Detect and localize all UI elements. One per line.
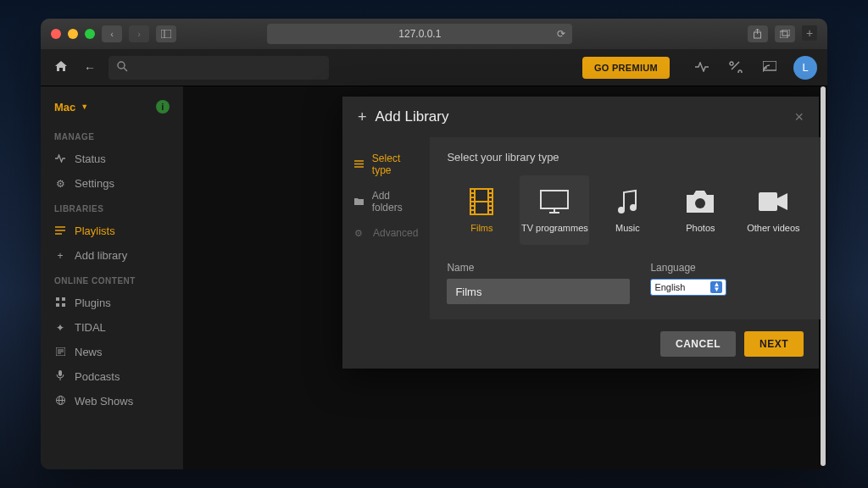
video-icon xyxy=(759,187,787,216)
back-icon[interactable]: ← xyxy=(80,61,100,75)
svg-rect-15 xyxy=(62,303,65,307)
sidebar-item-add-library[interactable]: + Add library xyxy=(41,243,183,268)
library-type-label: Photos xyxy=(686,223,715,233)
svg-rect-40 xyxy=(471,198,474,201)
sidebar-toggle-icon[interactable] xyxy=(156,25,176,42)
svg-rect-41 xyxy=(471,202,474,205)
svg-rect-14 xyxy=(56,303,59,307)
server-status-badge[interactable]: i xyxy=(156,100,170,114)
library-type-films[interactable]: Films xyxy=(447,175,516,245)
svg-rect-48 xyxy=(489,207,492,209)
library-type-label: Films xyxy=(470,223,492,233)
svg-line-7 xyxy=(124,68,127,71)
plus-icon: + xyxy=(54,250,66,262)
globe-icon xyxy=(54,396,66,408)
svg-rect-46 xyxy=(489,198,492,201)
modal-footer: CANCEL NEXT xyxy=(342,319,819,369)
browser-forward-button[interactable]: › xyxy=(129,25,149,42)
step-label: Advanced xyxy=(373,227,418,239)
library-type-label: Music xyxy=(615,223,640,233)
url-text: 127.0.0.1 xyxy=(398,28,441,40)
film-icon xyxy=(470,187,493,216)
section-manage: MANAGE xyxy=(41,124,183,147)
svg-rect-13 xyxy=(62,297,65,301)
tabs-icon[interactable] xyxy=(775,25,795,42)
microphone-icon xyxy=(54,370,66,383)
sidebar-item-playlists[interactable]: Playlists xyxy=(41,219,183,243)
cancel-button[interactable]: CANCEL xyxy=(660,331,736,357)
library-type-tv[interactable]: TV programmes xyxy=(520,175,589,245)
maximize-window-button[interactable] xyxy=(85,29,95,39)
reload-icon[interactable]: ⟳ xyxy=(557,28,565,40)
svg-rect-43 xyxy=(471,211,474,214)
svg-rect-12 xyxy=(56,297,59,301)
sidebar-item-label: Playlists xyxy=(75,225,115,237)
gear-icon: ⚙ xyxy=(354,228,366,239)
svg-point-56 xyxy=(630,204,637,211)
language-value: English xyxy=(654,282,685,292)
sidebar-item-plugins[interactable]: Plugins xyxy=(41,291,183,315)
window-controls xyxy=(51,29,95,39)
svg-rect-49 xyxy=(489,211,492,214)
section-online: ONLINE CONTENT xyxy=(41,268,183,291)
svg-rect-44 xyxy=(489,190,492,192)
new-tab-button[interactable]: + xyxy=(802,25,817,41)
language-label: Language xyxy=(650,262,726,274)
language-select[interactable]: English ▲▼ xyxy=(650,279,726,296)
close-window-button[interactable] xyxy=(51,29,61,39)
svg-rect-39 xyxy=(471,194,474,197)
search-input[interactable] xyxy=(108,56,329,80)
avatar[interactable]: L xyxy=(793,56,817,80)
name-label: Name xyxy=(447,262,630,274)
select-arrows-icon: ▲▼ xyxy=(710,281,722,293)
library-type-music[interactable]: Music xyxy=(593,175,662,245)
minimize-window-button[interactable] xyxy=(68,29,78,39)
step-select-type[interactable]: Select type xyxy=(342,146,430,183)
library-type-other[interactable]: Other videos xyxy=(738,175,808,245)
cast-icon[interactable] xyxy=(760,61,780,75)
svg-rect-0 xyxy=(161,30,171,38)
step-add-folders[interactable]: Add folders xyxy=(342,183,430,220)
name-input[interactable] xyxy=(447,279,630,304)
svg-rect-5 xyxy=(782,30,790,36)
browser-titlebar: ‹ › 127.0.0.1 ⟳ + xyxy=(41,19,827,49)
server-selector[interactable]: Mac ▼ i xyxy=(41,95,183,124)
svg-rect-58 xyxy=(759,192,777,211)
activity-icon[interactable] xyxy=(692,61,712,75)
sidebar-item-label: Web Shows xyxy=(75,395,133,408)
svg-rect-51 xyxy=(476,202,487,214)
svg-rect-38 xyxy=(471,190,474,192)
playlist-icon xyxy=(54,225,66,237)
svg-rect-42 xyxy=(471,207,474,209)
sidebar-item-status[interactable]: Status xyxy=(41,147,183,171)
modal-steps: Select type Add folders ⚙ Advanced xyxy=(342,137,430,319)
sidebar-item-web-shows[interactable]: Web Shows xyxy=(41,389,183,413)
sidebar-item-news[interactable]: News xyxy=(41,340,183,364)
go-premium-button[interactable]: GO PREMIUM xyxy=(582,57,670,79)
next-button[interactable]: NEXT xyxy=(744,331,804,357)
news-icon xyxy=(54,347,66,358)
sidebar-item-label: Status xyxy=(75,152,106,165)
step-label: Select type xyxy=(372,152,419,176)
library-types: Films TV programmes xyxy=(447,175,808,245)
svg-rect-47 xyxy=(489,202,492,205)
sidebar-item-label: Settings xyxy=(75,177,114,190)
app-topbar: ← GO PREMIUM L xyxy=(41,49,827,86)
svg-point-6 xyxy=(118,62,125,69)
settings-icon[interactable] xyxy=(726,59,746,75)
library-type-photos[interactable]: Photos xyxy=(665,175,735,245)
scrollbar[interactable] xyxy=(821,86,826,466)
camera-icon xyxy=(687,187,714,216)
share-icon[interactable] xyxy=(748,25,768,42)
sidebar-item-label: Plugins xyxy=(75,297,111,309)
url-bar[interactable]: 127.0.0.1 ⟳ xyxy=(267,24,572,44)
sidebar-item-label: TIDAL xyxy=(75,321,106,334)
close-icon[interactable]: × xyxy=(794,108,804,126)
sidebar-item-tidal[interactable]: ✦ TIDAL xyxy=(41,315,183,340)
browser-back-button[interactable]: ‹ xyxy=(102,25,122,42)
modal-title: Add Library xyxy=(376,108,449,125)
home-icon[interactable] xyxy=(51,60,71,75)
sidebar-item-settings[interactable]: ⚙ Settings xyxy=(41,171,183,196)
folder-icon xyxy=(354,197,365,207)
sidebar-item-podcasts[interactable]: Podcasts xyxy=(41,364,183,389)
